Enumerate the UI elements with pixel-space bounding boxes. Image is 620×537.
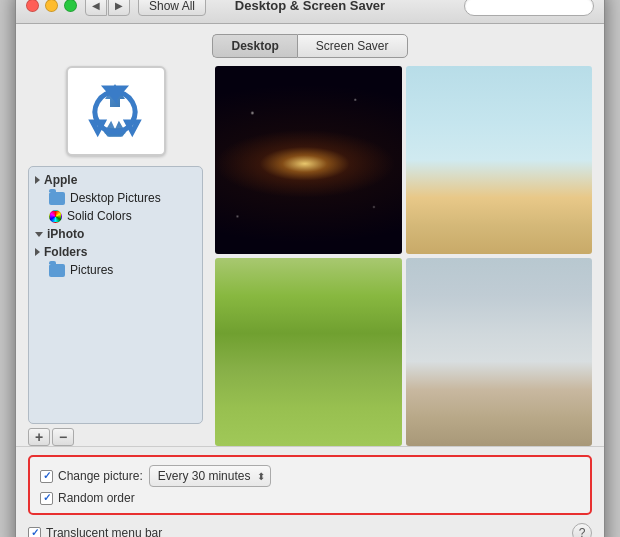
bottom-controls: Change picture: Every 30 minutes ⬍ Rando…	[16, 446, 604, 537]
sidebar-iphoto-label: iPhoto	[47, 227, 84, 241]
sidebar-item-folders[interactable]: Folders	[29, 243, 202, 261]
color-icon	[49, 210, 62, 223]
preview-box	[66, 66, 166, 156]
main-window: ◀ ▶ Show All Desktop & Screen Saver Desk…	[15, 0, 605, 537]
translucent-menu-bar-label: Translucent menu bar	[46, 526, 162, 537]
tab-desktop[interactable]: Desktop	[212, 34, 296, 58]
maximize-button[interactable]	[64, 0, 77, 12]
sidebar-pictures-label: Pictures	[70, 263, 113, 277]
change-picture-checkbox-wrapper: Change picture:	[40, 469, 143, 483]
dropdown-value: Every 30 minutes	[158, 469, 251, 483]
tab-bar: Desktop Screen Saver	[16, 24, 604, 66]
traffic-lights	[26, 0, 77, 12]
sidebar-item-desktop-pictures[interactable]: Desktop Pictures	[29, 189, 202, 207]
random-order-row: Random order	[40, 489, 580, 507]
sidebar-solid-colors-label: Solid Colors	[67, 209, 132, 223]
fog-image	[406, 258, 593, 446]
bottom-row: Translucent menu bar ?	[28, 519, 592, 537]
close-button[interactable]	[26, 0, 39, 12]
random-order-checkbox[interactable]	[40, 492, 53, 505]
dropdown-arrow-icon: ⬍	[257, 471, 265, 482]
nav-forward-button[interactable]: ▶	[108, 0, 130, 16]
triangle-apple	[35, 176, 40, 184]
image-grass[interactable]	[215, 258, 402, 446]
random-order-checkbox-wrapper: Random order	[40, 491, 135, 505]
left-panel: Apple Desktop Pictures Solid Colors iPho…	[28, 66, 203, 446]
show-all-button[interactable]: Show All	[138, 0, 206, 16]
galaxy-image	[215, 66, 402, 254]
nav-back-button[interactable]: ◀	[85, 0, 107, 16]
source-list: Apple Desktop Pictures Solid Colors iPho…	[28, 166, 203, 424]
triangle-folders	[35, 248, 40, 256]
image-grid	[215, 66, 592, 446]
sidebar-item-iphoto[interactable]: iPhoto	[29, 225, 202, 243]
folder-icon	[49, 192, 65, 205]
titlebar: ◀ ▶ Show All Desktop & Screen Saver	[16, 0, 604, 24]
translucent-menu-bar-checkbox[interactable]	[28, 527, 41, 538]
minimize-button[interactable]	[45, 0, 58, 12]
change-picture-checkbox[interactable]	[40, 470, 53, 483]
grass-image	[215, 258, 402, 446]
ocean-image	[406, 66, 593, 254]
nav-buttons: ◀ ▶	[85, 0, 130, 16]
image-galaxy[interactable]	[215, 66, 402, 254]
image-ocean[interactable]	[406, 66, 593, 254]
tab-screensaver[interactable]: Screen Saver	[297, 34, 408, 58]
folder-icon-pictures	[49, 264, 65, 277]
add-source-button[interactable]: +	[28, 428, 50, 446]
main-content: Apple Desktop Pictures Solid Colors iPho…	[16, 66, 604, 446]
window-title: Desktop & Screen Saver	[235, 0, 385, 13]
triangle-iphoto	[35, 232, 43, 237]
change-picture-row: Change picture: Every 30 minutes ⬍	[40, 463, 580, 489]
right-panel	[215, 66, 592, 446]
sidebar-folders-label: Folders	[44, 245, 87, 259]
change-picture-label: Change picture:	[58, 469, 143, 483]
image-fog[interactable]	[406, 258, 593, 446]
preview-icon	[81, 76, 151, 146]
sidebar-item-solid-colors[interactable]: Solid Colors	[29, 207, 202, 225]
translucent-checkbox-wrapper: Translucent menu bar	[28, 526, 162, 537]
change-picture-dropdown[interactable]: Every 30 minutes ⬍	[149, 465, 272, 487]
help-button[interactable]: ?	[572, 523, 592, 537]
sidebar-item-apple[interactable]: Apple	[29, 171, 202, 189]
remove-source-button[interactable]: −	[52, 428, 74, 446]
controls-highlight-box: Change picture: Every 30 minutes ⬍ Rando…	[28, 455, 592, 515]
source-list-controls: + −	[28, 428, 203, 446]
search-input[interactable]	[464, 0, 594, 16]
random-order-label: Random order	[58, 491, 135, 505]
translucent-row: Translucent menu bar	[28, 524, 162, 537]
sidebar-apple-label: Apple	[44, 173, 77, 187]
sidebar-desktop-pictures-label: Desktop Pictures	[70, 191, 161, 205]
sidebar-item-pictures[interactable]: Pictures	[29, 261, 202, 279]
